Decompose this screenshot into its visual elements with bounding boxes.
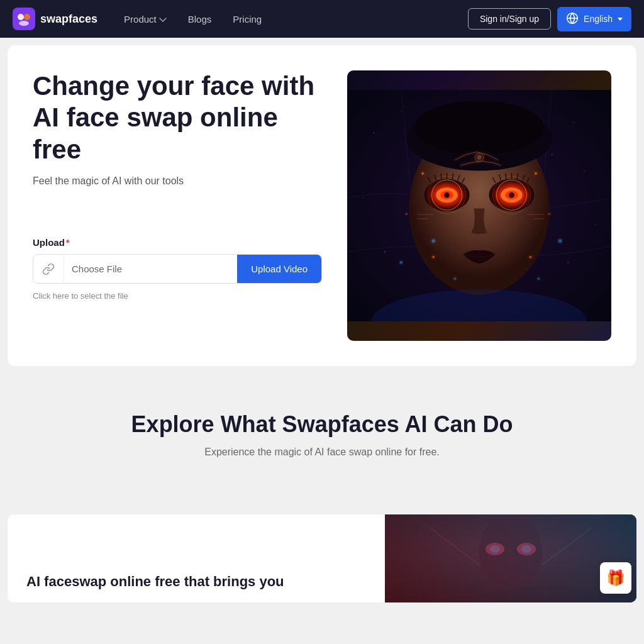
lang-chevron-icon — [618, 18, 623, 21]
svg-point-58 — [530, 256, 531, 258]
svg-rect-0 — [13, 8, 35, 30]
hero-image-svg — [347, 90, 611, 322]
nav-blogs[interactable]: Blogs — [180, 9, 219, 30]
svg-point-26 — [444, 192, 450, 198]
svg-point-63 — [538, 277, 540, 279]
svg-rect-49 — [417, 214, 433, 215]
svg-point-53 — [421, 172, 423, 174]
logo[interactable]: swapfaces — [13, 8, 97, 30]
svg-point-18 — [414, 101, 544, 155]
svg-point-9 — [573, 121, 574, 123]
svg-point-15 — [567, 262, 569, 264]
card-right-image — [385, 514, 636, 602]
svg-point-61 — [400, 261, 402, 264]
nav-product[interactable]: Product — [116, 9, 174, 30]
signin-button[interactable]: Sign in/Sign up — [468, 8, 551, 30]
chevron-down-icon — [159, 14, 167, 25]
upload-video-button[interactable]: Upload Video — [237, 255, 321, 283]
choose-file-text[interactable]: Choose File — [64, 255, 237, 283]
svg-point-59 — [432, 239, 435, 242]
hero-left: Change your face with AI face swap onlin… — [33, 70, 322, 301]
logo-text: swapfaces — [40, 13, 97, 26]
svg-point-3 — [19, 21, 29, 26]
hero-subtitle: Feel the magic of AI with our tools — [33, 175, 322, 187]
gift-button[interactable]: 🎁 — [600, 562, 631, 594]
svg-point-56 — [535, 172, 536, 174]
card-left-title: AI faceswap online free that brings you — [26, 574, 366, 590]
hero-image — [347, 70, 611, 341]
svg-point-7 — [401, 111, 402, 112]
nav-actions: Sign in/Sign up English — [468, 7, 631, 31]
svg-point-14 — [594, 224, 596, 225]
svg-point-54 — [406, 213, 408, 215]
link-icon — [42, 263, 55, 275]
svg-point-20 — [477, 155, 482, 159]
svg-point-2 — [24, 14, 30, 20]
bottom-cards: AI faceswap online free that brings you — [8, 514, 636, 602]
svg-point-32 — [509, 192, 514, 198]
upload-hint[interactable]: Click here to select the file — [33, 291, 128, 301]
svg-point-55 — [432, 256, 434, 258]
card-right-overlay — [385, 514, 636, 602]
svg-line-37 — [441, 174, 441, 179]
required-marker: * — [66, 237, 70, 248]
explore-title: Explore What Swapfaces AI Can Do — [25, 411, 619, 438]
svg-rect-50 — [417, 218, 428, 219]
svg-point-10 — [551, 153, 553, 155]
svg-point-12 — [363, 197, 364, 198]
svg-point-62 — [558, 239, 562, 242]
svg-line-44 — [506, 174, 506, 179]
upload-section: Upload* Choose File Upload Video Click h… — [33, 237, 322, 301]
card-left: AI faceswap online free that brings you — [8, 514, 385, 602]
language-button[interactable]: English — [557, 7, 631, 31]
translate-icon — [566, 12, 579, 26]
svg-point-57 — [548, 213, 550, 215]
gift-icon: 🎁 — [606, 569, 625, 587]
svg-rect-51 — [528, 214, 544, 215]
explore-subtitle: Experience the magic of AI face swap onl… — [25, 447, 619, 458]
link-icon-area — [33, 255, 64, 283]
hero-section: Change your face with AI face swap onlin… — [8, 45, 636, 366]
nav-links: Product Blogs Pricing — [116, 9, 449, 30]
logo-icon — [13, 8, 35, 30]
upload-input-row[interactable]: Choose File Upload Video — [33, 254, 322, 284]
nav-pricing[interactable]: Pricing — [225, 9, 269, 30]
explore-section: Explore What Swapfaces AI Can Do Experie… — [0, 374, 644, 514]
svg-point-6 — [374, 132, 375, 134]
upload-label: Upload* — [33, 237, 322, 248]
navbar: swapfaces Product Blogs Pricing Sign in/… — [0, 0, 644, 38]
svg-point-1 — [18, 14, 24, 20]
svg-point-11 — [584, 170, 585, 171]
svg-rect-52 — [533, 218, 544, 219]
hero-title: Change your face with AI face swap onlin… — [33, 70, 322, 165]
svg-point-13 — [384, 251, 386, 253]
svg-point-60 — [454, 277, 456, 279]
